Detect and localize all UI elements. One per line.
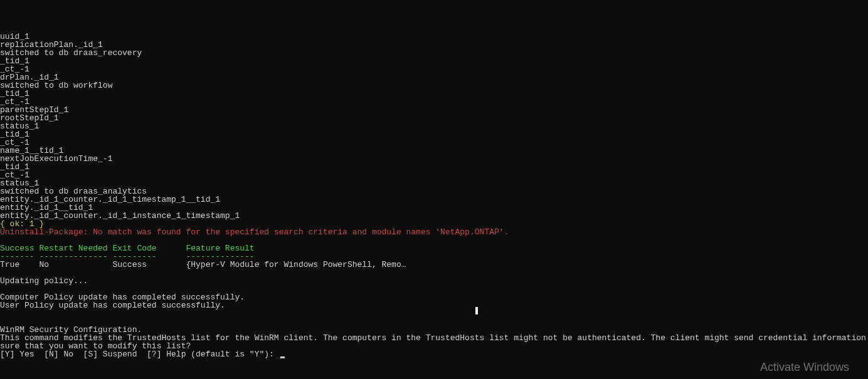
cursor-icon	[280, 356, 285, 358]
windows-activation-watermark: Activate Windows	[760, 361, 849, 373]
terminal-line: _tid_1	[0, 130, 868, 138]
watermark-line1: Activate Windows	[760, 361, 849, 373]
terminal-line: entity._id_1_counter._id_1_instance_1_ti…	[0, 212, 868, 220]
terminal-line: User Policy update has completed success…	[0, 301, 868, 309]
terminal-line: _ct_-1	[0, 65, 868, 73]
terminal-line: rootStepId_1	[0, 114, 868, 122]
cursor-block	[475, 307, 478, 314]
terminal-line: _tid_1	[0, 90, 868, 98]
terminal-line: _tid_1	[0, 163, 868, 171]
terminal-line: _ct_-1	[0, 171, 868, 179]
terminal-line: True No Success {Hyper-V Module for Wind…	[0, 261, 868, 269]
terminal-line: Uninstall-Package: No match was found fo…	[0, 228, 868, 236]
terminal-output: uuid_1replicationPlan._id_1switched to d…	[0, 33, 868, 359]
terminal-line: _ct_-1	[0, 98, 868, 106]
terminal-line: name_1__tid_1	[0, 147, 868, 155]
terminal-line: _ct_-1	[0, 138, 868, 147]
terminal-line: switched to db draas_recovery	[0, 49, 868, 57]
terminal-line: status_1	[0, 122, 868, 130]
terminal-line: parentStepId_1	[0, 106, 868, 114]
terminal-line: entity._id_1_counter._id_1_timestamp_1__…	[0, 195, 868, 204]
terminal-line: switched to db workflow	[0, 81, 868, 90]
terminal-line	[0, 309, 868, 318]
terminal-line: nextJobExecutionTime_-1	[0, 155, 868, 163]
terminal-line: _tid_1	[0, 57, 868, 65]
terminal-line: uuid_1	[0, 33, 868, 41]
terminal-prompt[interactable]: [Y] Yes [N] No [S] Suspend [?] Help (def…	[0, 350, 868, 359]
terminal-line: Updating policy...	[0, 277, 868, 285]
terminal-line: drPlan._id_1	[0, 73, 868, 81]
terminal-line	[0, 269, 868, 277]
